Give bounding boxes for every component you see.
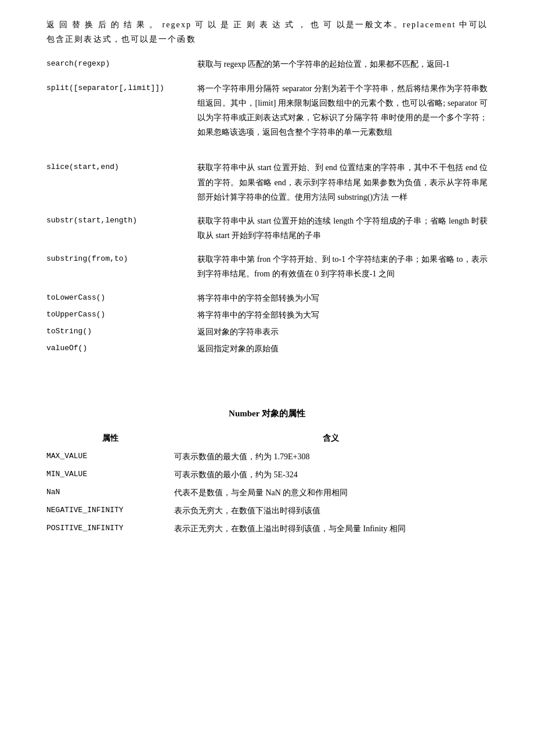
table-row: MAX_VALUE可表示数值的最大值，约为 1.79E+308 [46, 449, 488, 464]
method-desc-split: 将一个字符串用分隔符 separator 分割为若干个字符串，然后将结果作为字符… [197, 81, 488, 140]
table-cell-prop-1: MIN_VALUE [46, 467, 174, 481]
number-section-title: Number 对象的属性 [46, 406, 488, 422]
simple-methods-section: toLowerCass() 将字符串中的字符全部转换为小写 toUpperCas… [46, 291, 488, 357]
table-cell-prop-4: POSITIVE_INFINITY [46, 521, 174, 535]
simple-method-name-3: valueOf() [46, 341, 197, 356]
method-name-split: split([separator[,limit]]) [46, 81, 197, 95]
method-desc-substring: 获取字符串中第 fron 个字符开始、到 to-1 个字符结束的子串；如果省略 … [197, 252, 488, 281]
simple-method-1: toUpperCass() 将字符串中的字符全部转换为大写 [46, 308, 488, 322]
method-name-slice: slice(start,end) [46, 160, 197, 174]
table-cell-prop-2: NaN [46, 485, 174, 499]
table-cell-prop-3: NEGATIVE_INFINITY [46, 503, 174, 517]
table-header-row: 属性 含义 [46, 431, 488, 445]
col-header-property: 属性 [46, 431, 174, 445]
simple-method-name-0: toLowerCass() [46, 291, 197, 305]
method-entry-substring: substring(from,to) 获取字符串中第 fron 个字符开始、到 … [46, 252, 488, 281]
method-entry-split: split([separator[,limit]]) 将一个字符串用分隔符 se… [46, 81, 488, 140]
table-cell-prop-0: MAX_VALUE [46, 449, 174, 463]
method-name-substr: substr(start,length) [46, 214, 197, 227]
simple-method-desc-1: 将字符串中的字符全部转换为大写 [197, 308, 319, 322]
simple-method-0: toLowerCass() 将字符串中的字符全部转换为小写 [46, 291, 488, 305]
method-desc-search: 获取与 regexp 匹配的第一个字符串的起始位置，如果都不匹配，返回-1 [197, 57, 488, 71]
table-row: MIN_VALUE可表示数值的最小值，约为 5E-324 [46, 467, 488, 482]
table-cell-desc-2: 代表不是数值，与全局量 NaN 的意义和作用相同 [174, 485, 488, 500]
table-cell-desc-0: 可表示数值的最大值，约为 1.79E+308 [174, 449, 488, 464]
method-desc-slice: 获取字符串中从 start 位置开始、到 end 位置结束的字符串，其中不干包括… [197, 160, 488, 204]
simple-method-desc-3: 返回指定对象的原始值 [197, 341, 279, 356]
table-cell-desc-3: 表示负无穷大，在数值下溢出时得到该值 [174, 503, 488, 518]
col-header-meaning: 含义 [174, 431, 488, 445]
method-entry-substr: substr(start,length) 获取字符串中从 start 位置开始的… [46, 214, 488, 243]
simple-method-desc-2: 返回对象的字符串表示 [197, 325, 279, 339]
number-table-rows: MAX_VALUE可表示数值的最大值，约为 1.79E+308MIN_VALUE… [46, 449, 488, 537]
table-row: NaN代表不是数值，与全局量 NaN 的意义和作用相同 [46, 485, 488, 500]
intro-paragraph: 返 回 替 换 后 的 结 果 。 regexp 可 以 是 正 则 表 达 式… [46, 17, 488, 46]
method-entry-slice: slice(start,end) 获取字符串中从 start 位置开始、到 en… [46, 160, 488, 204]
simple-method-desc-0: 将字符串中的字符全部转换为小写 [197, 291, 319, 305]
method-name-search: search(regexp) [46, 57, 197, 70]
table-cell-desc-4: 表示正无穷大，在数值上溢出时得到该值，与全局量 Infinity 相同 [174, 521, 488, 536]
methods-section: search(regexp) 获取与 regexp 匹配的第一个字符串的起始位置… [46, 57, 488, 281]
simple-method-name-1: toUpperCass() [46, 308, 197, 322]
number-table: 属性 含义 MAX_VALUE可表示数值的最大值，约为 1.79E+308MIN… [46, 431, 488, 536]
table-cell-desc-1: 可表示数值的最小值，约为 5E-324 [174, 467, 488, 482]
method-desc-substr: 获取字符串中从 start 位置开始的连续 length 个字符组成的子串；省略… [197, 214, 488, 243]
method-entry-search: search(regexp) 获取与 regexp 匹配的第一个字符串的起始位置… [46, 57, 488, 71]
simple-method-name-2: toString() [46, 325, 197, 339]
method-name-substring: substring(from,to) [46, 252, 197, 265]
table-row: POSITIVE_INFINITY表示正无穷大，在数值上溢出时得到该值，与全局量… [46, 521, 488, 536]
table-row: NEGATIVE_INFINITY表示负无穷大，在数值下溢出时得到该值 [46, 503, 488, 518]
simple-method-2: toString() 返回对象的字符串表示 [46, 325, 488, 339]
simple-method-3: valueOf() 返回指定对象的原始值 [46, 341, 488, 356]
